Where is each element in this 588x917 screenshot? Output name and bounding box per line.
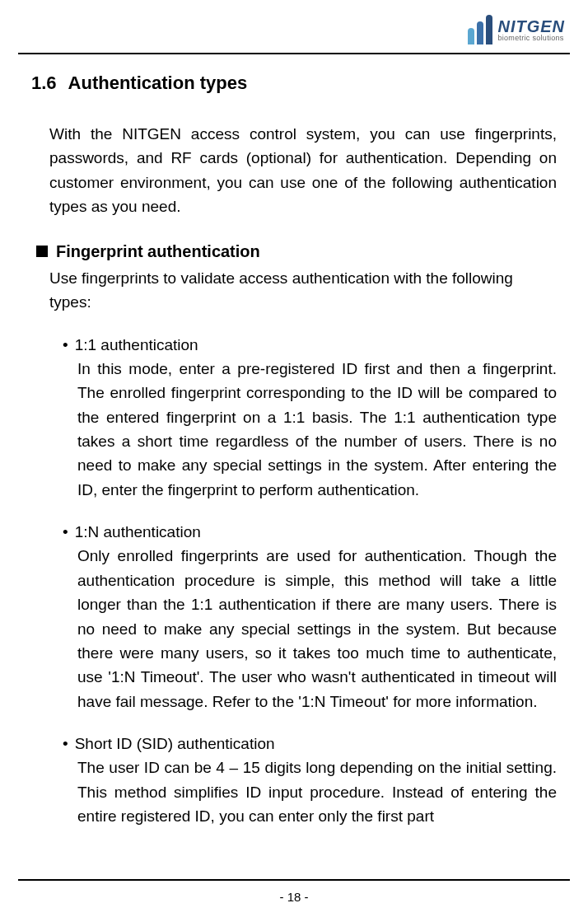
subsection-intro: Use fingerprints to validate access auth… bbox=[49, 266, 557, 315]
section-heading: 1.6 Authentication types bbox=[31, 73, 557, 94]
item-title: 1:N authentication bbox=[75, 523, 201, 541]
logo-brand-name: NITGEN bbox=[497, 18, 565, 35]
dot-bullet-icon: • bbox=[63, 736, 68, 751]
list-item: • Short ID (SID) authentication The user… bbox=[63, 735, 557, 828]
dot-bullet-icon: • bbox=[63, 337, 68, 353]
list-item: • 1:1 authentication In this mode, enter… bbox=[63, 336, 557, 503]
page-header: NITGEN biometric solutions bbox=[0, 0, 588, 53]
square-bullet-icon bbox=[36, 246, 48, 257]
list-item: • 1:N authentication Only enrolled finge… bbox=[63, 523, 557, 713]
page-content: 1.6 Authentication types With the NITGEN… bbox=[0, 54, 588, 859]
item-body: Only enrolled fingerprints are used for … bbox=[77, 544, 557, 713]
section-title: Authentication types bbox=[68, 73, 248, 94]
dot-bullet-icon: • bbox=[63, 524, 68, 540]
section-intro-paragraph: With the NITGEN access control system, y… bbox=[49, 122, 557, 219]
subsection-heading-row: Fingerprint authentication bbox=[31, 242, 557, 261]
logo-bars-icon bbox=[468, 15, 492, 44]
nitgen-logo: NITGEN biometric solutions bbox=[468, 15, 565, 44]
page-number: - 18 - bbox=[0, 890, 588, 904]
logo-text: NITGEN biometric solutions bbox=[497, 18, 565, 42]
item-title: 1:1 authentication bbox=[75, 336, 198, 354]
item-title: Short ID (SID) authentication bbox=[75, 735, 275, 753]
section-number: 1.6 bbox=[31, 73, 57, 94]
subsection-title: Fingerprint authentication bbox=[56, 242, 260, 261]
item-body: The user ID can be 4 – 15 digits long de… bbox=[77, 756, 557, 828]
item-body: In this mode, enter a pre-registered ID … bbox=[77, 357, 557, 503]
logo-tagline: biometric solutions bbox=[497, 35, 565, 42]
footer-divider bbox=[18, 879, 570, 881]
